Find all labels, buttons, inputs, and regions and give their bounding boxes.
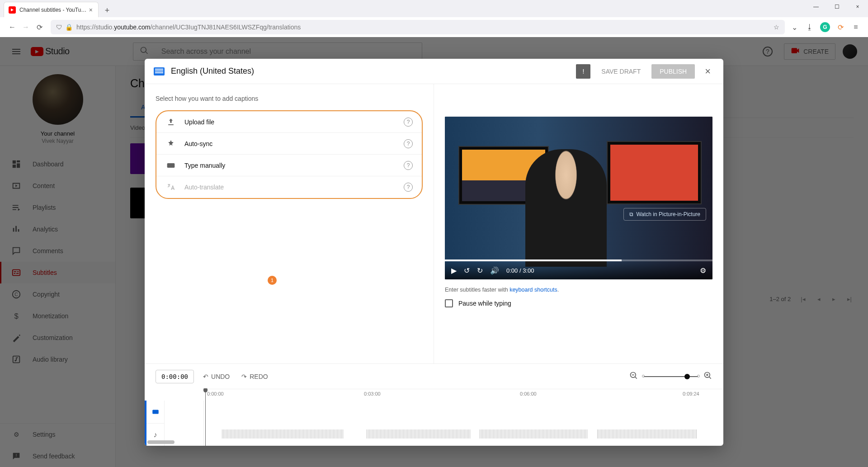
shield-icon: 🛡 [56, 24, 62, 31]
site-info[interactable]: 🛡 🔒 [56, 24, 73, 31]
help-icon[interactable]: ? [404, 139, 413, 148]
undo-button[interactable]: ↶UNDO [200, 371, 232, 382]
lock-icon: 🔒 [65, 24, 73, 31]
ruler-mark: 0:06:00 [520, 391, 537, 396]
nav-reload[interactable]: ⟳ [33, 20, 46, 34]
publish-button[interactable]: PUBLISH [651, 64, 695, 79]
audio-waveform [222, 426, 719, 442]
pause-while-typing-row: Pause while typing [434, 297, 723, 310]
url-input[interactable]: 🛡 🔒 https://studio.youtube.com/channel/U… [51, 20, 785, 34]
downloads-icon[interactable]: ⭳ [805, 22, 815, 32]
option-auto-translate: Auto-translate ? [156, 176, 422, 198]
play-icon[interactable]: ▶ [451, 266, 457, 275]
modal-header: English (United States) ! SAVE DRAFT PUB… [145, 59, 723, 84]
track-tabs: ♪ [145, 401, 165, 446]
subtitle-track-tab[interactable] [146, 401, 164, 423]
browser-chrome: Channel subtitles - YouTube Stu × + — ☐ … [0, 0, 868, 37]
forward-10-icon[interactable]: ↻ [477, 266, 483, 275]
help-icon[interactable]: ? [404, 118, 413, 127]
address-bar: ← → ⟳ 🛡 🔒 https://studio.youtube.com/cha… [0, 17, 868, 37]
option-type-manually[interactable]: Type manually ? [156, 155, 422, 176]
bookmark-star-icon[interactable]: ☆ [774, 24, 779, 31]
window-close[interactable]: × [847, 0, 868, 14]
browser-tab[interactable]: Channel subtitles - YouTube Stu × [4, 2, 99, 17]
pause-checkbox[interactable] [445, 299, 453, 307]
caption-options-pane: Select how you want to add captions Uplo… [145, 84, 434, 363]
modal-title: English (United States) [171, 66, 254, 76]
video-frame [445, 117, 712, 279]
zoom-max-dot [697, 375, 700, 377]
save-draft-button[interactable]: SAVE DRAFT [597, 64, 645, 79]
redo-icon: ↷ [241, 373, 247, 380]
ruler-mark: 0:00:00 [207, 391, 224, 396]
help-icon[interactable]: ? [404, 161, 413, 170]
zoom-slider[interactable] [644, 376, 698, 377]
timeline-toolbar: 0:00:00 ↶UNDO ↷REDO [145, 363, 723, 389]
redo-button[interactable]: ↷REDO [239, 371, 270, 382]
translate-icon [165, 183, 176, 192]
annotation-badge: 1 [268, 276, 277, 285]
video-scene-person [525, 149, 607, 267]
tab-close-icon[interactable]: × [88, 6, 94, 14]
browser-tab-bar: Channel subtitles - YouTube Stu × + [0, 0, 868, 17]
rewind-10-icon[interactable]: ↺ [464, 266, 470, 275]
timeline-tracks: ♪ [145, 401, 723, 446]
youtube-favicon [9, 6, 16, 14]
window-controls: — ☐ × [806, 0, 868, 17]
extension-icon[interactable]: ⟳ [835, 22, 845, 32]
timeline-ruler[interactable]: 0:00:00 0:03:00 0:06:00 0:09:24 [203, 389, 723, 401]
pip-button[interactable]: ⧉ Watch in Picture-in-Picture [623, 208, 706, 221]
video-scene-monitor [607, 141, 702, 204]
zoom-in-icon[interactable] [703, 371, 712, 382]
window-minimize[interactable]: — [806, 0, 826, 14]
modal-body: Select how you want to add captions Uplo… [145, 84, 723, 363]
option-auto-sync[interactable]: Auto-sync ? [156, 133, 422, 155]
timeline-zoom [629, 371, 712, 382]
video-settings-icon[interactable]: ⚙ [700, 266, 706, 275]
help-icon[interactable]: ? [404, 183, 413, 192]
app-menu-icon[interactable]: ≡ [851, 22, 861, 32]
new-tab-button[interactable]: + [100, 4, 114, 17]
pause-label: Pause while typing [458, 300, 511, 307]
video-controls: ▶ ↺ ↻ 🔊 0:00 / 3:00 ⚙ [445, 261, 712, 279]
url-text: https://studio.youtube.com/channel/UC3Iu… [76, 24, 301, 31]
caption-options-list: Upload file ? Auto-sync ? Type manually … [156, 110, 423, 199]
video-preview-pane: ⧉ Watch in Picture-in-Picture ▶ ↺ ↻ 🔊 0:… [434, 84, 723, 363]
ruler-mark: 0:03:00 [364, 391, 381, 396]
video-player[interactable]: ⧉ Watch in Picture-in-Picture ▶ ↺ ↻ 🔊 0:… [445, 117, 712, 279]
modal-close-icon[interactable]: × [701, 64, 714, 79]
timecode-input[interactable]: 0:00:00 [156, 370, 194, 383]
ruler-mark: 0:09:24 [683, 391, 699, 396]
grammarly-icon[interactable]: G [820, 22, 830, 32]
send-feedback-button[interactable]: ! [576, 64, 590, 79]
caption-prompt: Select how you want to add captions [156, 95, 423, 102]
undo-icon: ↶ [203, 373, 208, 380]
tab-title: Channel subtitles - YouTube Stu [19, 7, 88, 13]
keyboard-shortcuts-link[interactable]: keyboard shortcuts [509, 287, 557, 293]
keyboard-hint: Enter subtitles faster with keyboard sho… [434, 279, 723, 297]
timeline-scrollbar[interactable] [147, 440, 175, 444]
pocket-icon[interactable]: ⌄ [789, 22, 799, 32]
video-time: 0:00 / 3:00 [506, 267, 534, 274]
zoom-min-dot [642, 375, 645, 377]
zoom-out-icon[interactable] [629, 371, 638, 382]
option-upload-file[interactable]: Upload file ? [156, 111, 422, 133]
nav-forward[interactable]: → [19, 20, 33, 34]
svg-rect-9 [167, 163, 175, 168]
volume-icon[interactable]: 🔊 [490, 266, 499, 275]
zoom-handle[interactable] [684, 374, 690, 379]
subtitle-editor-modal: English (United States) ! SAVE DRAFT PUB… [145, 59, 723, 446]
auto-sync-icon [165, 139, 176, 148]
window-maximize[interactable]: ☐ [826, 0, 847, 14]
upload-icon [165, 118, 176, 127]
keyboard-icon [165, 161, 176, 170]
track-area[interactable] [203, 401, 723, 446]
pip-icon: ⧉ [629, 211, 633, 217]
subtitle-language-icon [154, 67, 165, 75]
nav-back[interactable]: ← [5, 20, 19, 34]
svg-rect-12 [152, 410, 159, 414]
